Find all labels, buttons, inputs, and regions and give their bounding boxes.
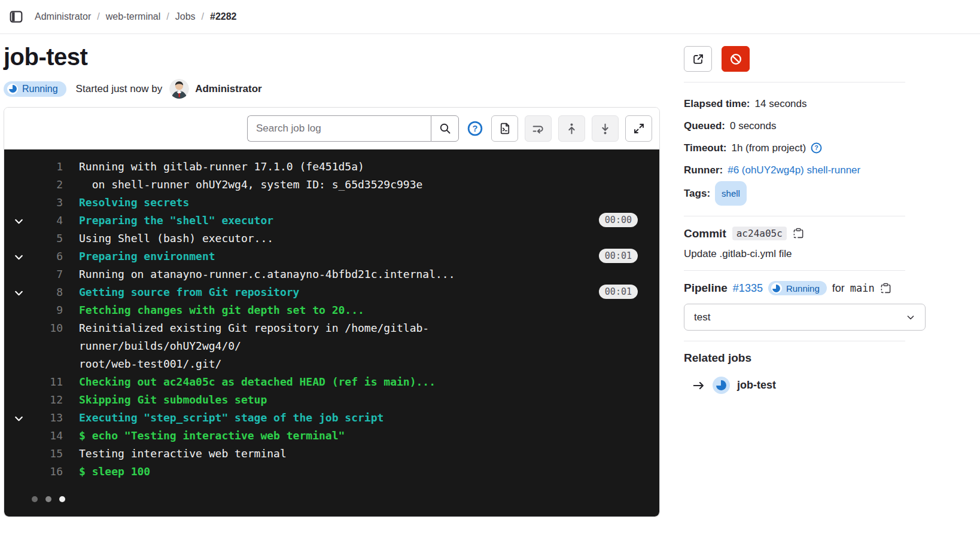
- log-line-text: Skipping Git submodules setup: [63, 391, 345, 409]
- log-line-text: $ echo "Testing interactive web terminal…: [63, 427, 422, 445]
- scroll-top-icon[interactable]: [558, 115, 585, 142]
- log-line-4[interactable]: 4Preparing the "shell" executor00:00: [4, 212, 659, 230]
- section-collapse-toggle[interactable]: [4, 283, 33, 298]
- job-log-lines: 1Running with gitlab-runner 17.1.0 (fe45…: [4, 158, 659, 481]
- commit-sha[interactable]: ac24a05c: [732, 227, 787, 240]
- pipeline-status-label: Running: [786, 283, 820, 294]
- breadcrumb-current-job: #2282: [210, 11, 237, 22]
- log-line-8[interactable]: 8Getting source from Git repository00:01: [4, 283, 659, 301]
- pipeline-ref[interactable]: main: [850, 282, 875, 294]
- breadcrumb-item-administrator[interactable]: Administrator: [35, 11, 91, 22]
- open-in-new-window-icon[interactable]: [684, 46, 712, 72]
- line-wrap-icon[interactable]: [525, 115, 552, 142]
- log-line-6[interactable]: 6Preparing environment00:01: [4, 247, 659, 265]
- cancel-job-icon[interactable]: [722, 46, 750, 72]
- collapse-chevron-icon[interactable]: [14, 288, 24, 298]
- log-line-number[interactable]: 11: [33, 373, 63, 391]
- log-line-text: Preparing the "shell" executor: [63, 212, 351, 230]
- log-line-number[interactable]: 10: [33, 319, 63, 337]
- log-line-16: 16$ sleep 100: [4, 463, 659, 481]
- sidebar-toggle-icon[interactable]: [6, 7, 26, 27]
- log-line-number[interactable]: 12: [33, 391, 63, 409]
- related-job-item[interactable]: job-test: [684, 377, 930, 394]
- svg-text:?: ?: [814, 144, 818, 151]
- collapse-chevron-icon[interactable]: [14, 252, 24, 262]
- log-line-7: 7Running on atanayno-runner.c.atanayno-4…: [4, 265, 659, 283]
- log-line-2: 2 on shell-runner ohUY2wg4, system ID: s…: [4, 176, 659, 194]
- author-name[interactable]: Administrator: [195, 83, 261, 95]
- timeout-help-icon[interactable]: ?: [811, 142, 822, 154]
- section-duration-badge: 00:00: [599, 213, 638, 227]
- stat-label: Elapsed time:: [684, 93, 750, 115]
- status-badge[interactable]: Running: [4, 81, 66, 97]
- log-line-text: Executing "step_script" stage of the job…: [63, 409, 461, 427]
- log-line-10: 10Reinitialized existing Git repository …: [4, 319, 659, 373]
- log-line-text: Using Shell (bash) executor...: [63, 230, 351, 247]
- section-collapse-toggle[interactable]: [4, 247, 33, 262]
- log-line-number[interactable]: 9: [33, 301, 63, 319]
- stat-value: 14 seconds: [755, 93, 807, 115]
- log-line-text: Running with gitlab-runner 17.1.0 (fe451…: [63, 158, 442, 176]
- related-jobs-title: Related jobs: [684, 352, 930, 365]
- log-line-number[interactable]: 3: [33, 194, 63, 212]
- raw-log-icon[interactable]: [491, 115, 518, 142]
- commit-label: Commit: [684, 227, 726, 240]
- stage-dropdown[interactable]: test: [684, 304, 926, 331]
- job-status-row: Running Started just now by Administrato…: [4, 79, 660, 99]
- log-line-number[interactable]: 7: [33, 265, 63, 283]
- running-status-icon: [7, 84, 18, 94]
- log-line-number[interactable]: 1: [33, 158, 63, 176]
- breadcrumb-item-web-terminal[interactable]: web-terminal: [106, 11, 161, 22]
- tag-shell: shell: [715, 181, 747, 206]
- log-line-number[interactable]: 6: [33, 247, 63, 265]
- search-input[interactable]: [247, 115, 431, 142]
- log-line-15: 15Testing interactive web terminal: [4, 445, 659, 463]
- job-log-card: ? 1Running with gitlab-: [4, 107, 660, 517]
- chevron-down-icon: [906, 313, 915, 322]
- stat-runner: Runner: #6 (ohUY2wg4p) shell-runner: [684, 159, 930, 181]
- commit-message[interactable]: Update .gitlab-ci.yml file: [684, 248, 930, 260]
- arrow-right-icon: [692, 379, 705, 392]
- copy-ref-icon[interactable]: [880, 283, 891, 294]
- running-status-icon: [771, 283, 782, 294]
- job-log-terminal: 1Running with gitlab-runner 17.1.0 (fe45…: [4, 149, 659, 517]
- section-collapse-toggle[interactable]: [4, 409, 33, 424]
- scroll-bottom-icon[interactable]: [592, 115, 619, 142]
- breadcrumb-item-jobs[interactable]: Jobs: [175, 11, 196, 22]
- avatar[interactable]: [169, 79, 189, 99]
- copy-commit-sha-icon[interactable]: [793, 228, 804, 239]
- pipeline-status-badge[interactable]: Running: [768, 281, 827, 295]
- collapse-chevron-icon[interactable]: [14, 414, 24, 424]
- log-line-number[interactable]: 15: [33, 445, 63, 463]
- log-line-1: 1Running with gitlab-runner 17.1.0 (fe45…: [4, 158, 659, 176]
- breadcrumb-bar: Administrator / web-terminal / Jobs / #2…: [0, 0, 980, 34]
- log-line-number[interactable]: 8: [33, 283, 63, 301]
- breadcrumb-separator: /: [97, 11, 99, 22]
- log-line-number[interactable]: 16: [33, 463, 63, 481]
- log-line-number[interactable]: 5: [33, 230, 63, 247]
- stage-dropdown-value: test: [694, 311, 710, 323]
- pipeline-link[interactable]: #1335: [733, 282, 763, 295]
- collapse-chevron-icon[interactable]: [14, 216, 24, 227]
- log-line-number[interactable]: 2: [33, 176, 63, 194]
- log-line-number[interactable]: 13: [33, 409, 63, 427]
- runner-link[interactable]: #6 (ohUY2wg4p) shell-runner: [728, 159, 860, 181]
- section-collapse-toggle[interactable]: [4, 212, 33, 227]
- log-line-text: Checking out ac24a05c as detached HEAD (…: [63, 373, 513, 391]
- job-log-toolbar: ?: [4, 108, 659, 149]
- commit-row: Commit ac24a05c: [684, 227, 930, 240]
- log-line-number[interactable]: 4: [33, 212, 63, 230]
- job-main-column: job-test Running Started just now by Adm…: [0, 34, 660, 517]
- running-status-icon: [713, 377, 730, 394]
- log-line-13[interactable]: 13Executing "step_script" stage of the j…: [4, 409, 659, 427]
- log-line-number[interactable]: 14: [33, 427, 63, 445]
- search-icon[interactable]: [431, 115, 459, 142]
- pipeline-row: Pipeline #1335 Running for main: [684, 281, 930, 295]
- started-text: Started just now by: [76, 83, 163, 95]
- fullscreen-icon[interactable]: [625, 115, 652, 142]
- pipeline-label: Pipeline: [684, 282, 728, 295]
- pipeline-for-text: for: [832, 282, 845, 295]
- status-badge-label: Running: [22, 84, 58, 94]
- help-icon[interactable]: ?: [467, 120, 483, 137]
- related-job-link[interactable]: job-test: [737, 379, 776, 392]
